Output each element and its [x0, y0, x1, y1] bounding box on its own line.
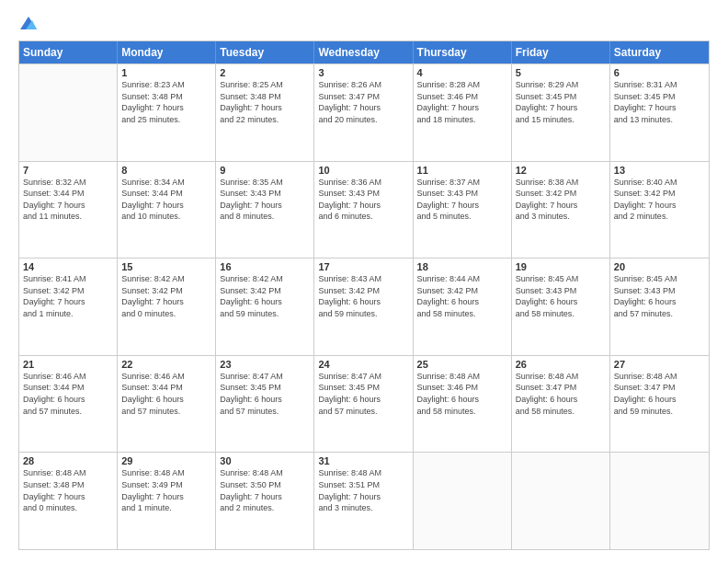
- day-number: 6: [614, 67, 705, 78]
- calendar-cell: 31Sunrise: 8:48 AMSunset: 3:51 PMDayligh…: [314, 453, 413, 549]
- day-number: 19: [516, 261, 606, 272]
- day-info: Daylight: 7 hours: [318, 102, 408, 114]
- day-info: Sunrise: 8:42 AM: [220, 273, 310, 285]
- logo-icon: [20, 17, 37, 29]
- day-info: Sunrise: 8:36 AM: [318, 177, 408, 189]
- day-number: 4: [417, 67, 507, 78]
- day-info: and 58 minutes.: [417, 308, 507, 320]
- calendar-week: 1Sunrise: 8:23 AMSunset: 3:48 PMDaylight…: [19, 63, 709, 161]
- day-info: Daylight: 7 hours: [121, 296, 211, 308]
- day-info: Daylight: 7 hours: [417, 200, 507, 212]
- day-info: Sunrise: 8:44 AM: [417, 273, 507, 285]
- day-info: Sunrise: 8:26 AM: [318, 79, 408, 91]
- day-number: 1: [121, 67, 211, 78]
- calendar-cell: 27Sunrise: 8:48 AMSunset: 3:47 PMDayligh…: [610, 356, 709, 453]
- day-info: Sunset: 3:42 PM: [417, 285, 507, 297]
- day-info: Sunset: 3:51 PM: [318, 479, 408, 491]
- day-number: 5: [516, 67, 606, 78]
- day-info: Daylight: 6 hours: [417, 296, 507, 308]
- calendar-cell: [610, 453, 709, 549]
- day-info: and 58 minutes.: [516, 308, 606, 320]
- day-info: Daylight: 7 hours: [220, 102, 310, 114]
- day-info: Daylight: 6 hours: [121, 394, 211, 406]
- calendar-cell: 17Sunrise: 8:43 AMSunset: 3:42 PMDayligh…: [314, 259, 413, 355]
- day-number: 11: [417, 165, 507, 176]
- day-number: 30: [220, 455, 310, 466]
- day-info: Sunrise: 8:41 AM: [23, 273, 113, 285]
- day-number: 13: [614, 165, 705, 176]
- calendar-cell: [512, 453, 610, 549]
- calendar-cell: 18Sunrise: 8:44 AMSunset: 3:42 PMDayligh…: [414, 259, 512, 355]
- calendar-header-cell: Sunday: [19, 41, 118, 63]
- day-info: Sunset: 3:44 PM: [23, 188, 113, 200]
- day-info: and 25 minutes.: [121, 114, 211, 126]
- calendar-cell: [19, 64, 118, 161]
- day-info: Sunrise: 8:48 AM: [318, 467, 408, 479]
- day-info: Sunset: 3:45 PM: [318, 382, 408, 394]
- calendar-body: 1Sunrise: 8:23 AMSunset: 3:48 PMDaylight…: [19, 63, 709, 549]
- day-info: Sunset: 3:45 PM: [614, 91, 705, 103]
- day-info: Daylight: 7 hours: [23, 200, 113, 212]
- day-info: and 10 minutes.: [121, 211, 211, 223]
- calendar-header-cell: Friday: [512, 41, 610, 63]
- calendar-cell: 4Sunrise: 8:28 AMSunset: 3:46 PMDaylight…: [414, 64, 512, 161]
- calendar: SundayMondayTuesdayWednesdayThursdayFrid…: [18, 40, 710, 550]
- day-info: Sunrise: 8:29 AM: [516, 79, 606, 91]
- day-info: Daylight: 7 hours: [318, 200, 408, 212]
- day-info: Sunset: 3:50 PM: [220, 479, 310, 491]
- day-number: 15: [121, 261, 211, 272]
- day-number: 24: [318, 359, 408, 370]
- day-info: and 3 minutes.: [318, 502, 408, 514]
- calendar-cell: 22Sunrise: 8:46 AMSunset: 3:44 PMDayligh…: [118, 356, 216, 453]
- day-info: Sunset: 3:46 PM: [417, 91, 507, 103]
- day-info: Daylight: 6 hours: [318, 394, 408, 406]
- day-number: 16: [220, 261, 310, 272]
- calendar-week: 7Sunrise: 8:32 AMSunset: 3:44 PMDaylight…: [19, 161, 709, 259]
- day-info: and 57 minutes.: [614, 308, 705, 320]
- day-info: and 13 minutes.: [614, 114, 705, 126]
- day-info: Daylight: 7 hours: [417, 102, 507, 114]
- day-info: Sunrise: 8:48 AM: [121, 467, 211, 479]
- calendar-cell: [414, 453, 512, 549]
- day-info: Sunrise: 8:47 AM: [318, 371, 408, 383]
- calendar-cell: 26Sunrise: 8:48 AMSunset: 3:47 PMDayligh…: [512, 356, 610, 453]
- calendar-cell: 21Sunrise: 8:46 AMSunset: 3:44 PMDayligh…: [19, 356, 118, 453]
- day-info: Daylight: 7 hours: [121, 491, 211, 503]
- calendar-cell: 29Sunrise: 8:48 AMSunset: 3:49 PMDayligh…: [118, 453, 216, 549]
- calendar-cell: 5Sunrise: 8:29 AMSunset: 3:45 PMDaylight…: [512, 64, 610, 161]
- calendar-cell: 12Sunrise: 8:38 AMSunset: 3:42 PMDayligh…: [512, 162, 610, 259]
- day-info: Daylight: 7 hours: [614, 102, 705, 114]
- calendar-cell: 1Sunrise: 8:23 AMSunset: 3:48 PMDaylight…: [118, 64, 216, 161]
- day-number: 23: [220, 359, 310, 370]
- day-number: 14: [23, 261, 113, 272]
- calendar-cell: 24Sunrise: 8:47 AMSunset: 3:45 PMDayligh…: [314, 356, 413, 453]
- day-number: 12: [516, 165, 606, 176]
- day-info: Daylight: 7 hours: [220, 200, 310, 212]
- day-info: Sunset: 3:44 PM: [121, 188, 211, 200]
- calendar-week: 14Sunrise: 8:41 AMSunset: 3:42 PMDayligh…: [19, 258, 709, 355]
- day-info: Sunset: 3:43 PM: [516, 285, 606, 297]
- day-info: Sunrise: 8:25 AM: [220, 79, 310, 91]
- day-info: Sunrise: 8:31 AM: [614, 79, 705, 91]
- day-number: 26: [516, 359, 606, 370]
- day-info: Sunset: 3:43 PM: [614, 285, 705, 297]
- day-info: Sunrise: 8:45 AM: [516, 273, 606, 285]
- day-info: and 5 minutes.: [417, 211, 507, 223]
- day-number: 18: [417, 261, 507, 272]
- calendar-cell: 11Sunrise: 8:37 AMSunset: 3:43 PMDayligh…: [414, 162, 512, 259]
- day-info: Sunset: 3:48 PM: [220, 91, 310, 103]
- calendar-cell: 3Sunrise: 8:26 AMSunset: 3:47 PMDaylight…: [314, 64, 413, 161]
- calendar-cell: 7Sunrise: 8:32 AMSunset: 3:44 PMDaylight…: [19, 162, 118, 259]
- day-info: Sunrise: 8:47 AM: [220, 371, 310, 383]
- day-number: 25: [417, 359, 507, 370]
- calendar-cell: 6Sunrise: 8:31 AMSunset: 3:45 PMDaylight…: [610, 64, 709, 161]
- day-info: Daylight: 6 hours: [516, 296, 606, 308]
- day-number: 9: [220, 165, 310, 176]
- day-number: 8: [121, 165, 211, 176]
- calendar-cell: 9Sunrise: 8:35 AMSunset: 3:43 PMDaylight…: [216, 162, 314, 259]
- day-info: and 8 minutes.: [220, 211, 310, 223]
- day-info: Daylight: 7 hours: [516, 200, 606, 212]
- day-info: Sunrise: 8:46 AM: [23, 371, 113, 383]
- day-number: 10: [318, 165, 408, 176]
- calendar-cell: 28Sunrise: 8:48 AMSunset: 3:48 PMDayligh…: [19, 453, 118, 549]
